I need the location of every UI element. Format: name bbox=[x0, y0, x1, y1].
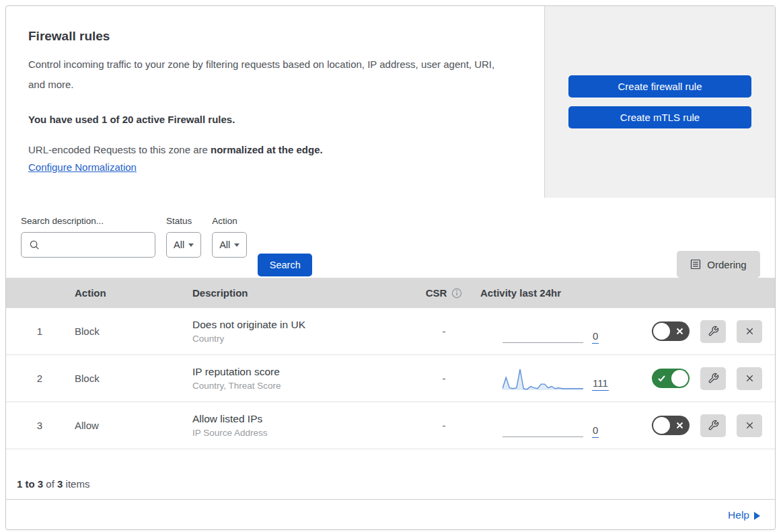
rule-description: IP reputation score bbox=[192, 366, 414, 378]
activity-count-link[interactable]: 0 bbox=[592, 424, 599, 438]
of-text: of bbox=[43, 478, 57, 490]
rule-description: Allow listed IPs bbox=[192, 413, 414, 425]
range-text: 1 to 3 bbox=[17, 478, 43, 490]
delete-rule-button[interactable] bbox=[737, 320, 762, 343]
rule-controls bbox=[615, 320, 775, 343]
rule-priority: 3 bbox=[6, 420, 73, 431]
close-icon bbox=[744, 373, 755, 384]
wrench-icon bbox=[708, 420, 719, 431]
delete-rule-button[interactable] bbox=[737, 367, 762, 390]
normalization-note: URL-encoded Requests to this zone are no… bbox=[28, 144, 517, 155]
action-dropdown[interactable]: All bbox=[212, 232, 247, 258]
search-group: Search description... bbox=[21, 216, 155, 258]
ordering-button[interactable]: Ordering bbox=[677, 251, 760, 278]
rule-enabled-toggle[interactable] bbox=[652, 369, 690, 388]
search-button[interactable]: Search bbox=[258, 254, 312, 276]
header-actions-panel: Create firewall rule Create mTLS rule bbox=[544, 6, 775, 198]
wrench-icon bbox=[708, 373, 719, 384]
activity-sparkline bbox=[503, 365, 583, 392]
x-icon bbox=[675, 421, 684, 430]
help-bar: Help bbox=[6, 499, 775, 530]
chevron-down-icon bbox=[234, 243, 239, 247]
configure-normalization-link[interactable]: Configure Normalization bbox=[28, 161, 137, 173]
create-mtls-rule-button[interactable]: Create mTLS rule bbox=[568, 106, 751, 128]
list-icon bbox=[690, 259, 701, 270]
rule-description-cell: Does not originate in UK Country bbox=[192, 319, 414, 344]
rule-action: Allow bbox=[73, 420, 192, 431]
normalization-prefix: URL-encoded Requests to this zone are bbox=[28, 144, 211, 155]
column-description: Description bbox=[192, 287, 414, 299]
status-filter-group: Status All bbox=[166, 216, 201, 258]
action-filter-group: Action All bbox=[212, 216, 247, 258]
close-icon bbox=[744, 326, 755, 337]
filter-bar: Search description... Status All Action … bbox=[6, 198, 775, 278]
status-value: All bbox=[174, 239, 184, 250]
rule-enabled-toggle[interactable] bbox=[652, 416, 690, 435]
toggle-knob bbox=[671, 370, 688, 387]
edit-rule-button[interactable] bbox=[700, 414, 726, 437]
toggle-knob bbox=[653, 417, 670, 434]
table-header: Action Description CSR Activity last 24h… bbox=[6, 278, 775, 308]
wrench-icon bbox=[708, 326, 719, 337]
rule-action: Block bbox=[73, 373, 192, 384]
activity-sparkline bbox=[503, 318, 583, 345]
action-label: Action bbox=[212, 216, 247, 226]
x-icon bbox=[675, 327, 684, 336]
status-dropdown[interactable]: All bbox=[166, 232, 201, 258]
rule-description: Does not originate in UK bbox=[192, 319, 414, 331]
help-label: Help bbox=[728, 509, 749, 521]
toggle-knob bbox=[653, 323, 670, 340]
firewall-rule-row: 3 Allow Allow listed IPs IP Source Addre… bbox=[6, 402, 775, 449]
column-csr: CSR bbox=[414, 287, 474, 299]
rule-action: Block bbox=[73, 326, 192, 337]
rule-criteria: IP Source Address bbox=[192, 428, 414, 438]
create-firewall-rule-button[interactable]: Create firewall rule bbox=[568, 75, 751, 98]
total-text: 3 bbox=[57, 478, 63, 490]
info-icon[interactable] bbox=[451, 288, 462, 299]
activity-sparkline bbox=[503, 412, 583, 439]
table-pagination-summary: 1 to 3 of 3 items bbox=[6, 449, 775, 499]
rule-controls bbox=[615, 414, 775, 437]
rule-criteria: Country bbox=[192, 334, 414, 344]
header-text-block: Firewall rules Control incoming traffic … bbox=[6, 6, 544, 198]
rule-criteria: Country, Threat Score bbox=[192, 381, 414, 391]
delete-rule-button[interactable] bbox=[737, 414, 762, 437]
search-input[interactable] bbox=[45, 239, 155, 250]
rule-enabled-toggle[interactable] bbox=[652, 321, 690, 341]
help-link[interactable]: Help bbox=[728, 509, 760, 521]
normalization-bold: normalized at the edge. bbox=[211, 144, 323, 155]
firewall-rules-card: Firewall rules Control incoming traffic … bbox=[5, 5, 776, 530]
help-arrow-icon bbox=[754, 512, 760, 520]
rule-csr-value: - bbox=[414, 420, 474, 431]
firewall-rule-row: 2 Block IP reputation score Country, Thr… bbox=[6, 355, 775, 402]
rule-description-cell: Allow listed IPs IP Source Address bbox=[192, 413, 414, 438]
csr-label: CSR bbox=[426, 287, 447, 299]
activity-count-link[interactable]: 111 bbox=[592, 377, 609, 391]
header-section: Firewall rules Control incoming traffic … bbox=[6, 6, 775, 198]
check-icon bbox=[657, 374, 666, 383]
rule-activity-cell: 0 bbox=[474, 412, 615, 439]
activity-count-link[interactable]: 0 bbox=[592, 330, 599, 344]
column-action: Action bbox=[73, 287, 192, 299]
chevron-down-icon bbox=[188, 243, 194, 247]
status-label: Status bbox=[166, 216, 201, 226]
rule-activity-cell: 111 bbox=[474, 365, 615, 392]
rule-controls bbox=[615, 367, 775, 390]
firewall-rule-row: 1 Block Does not originate in UK Country… bbox=[6, 308, 775, 355]
edit-rule-button[interactable] bbox=[700, 320, 726, 343]
column-activity: Activity last 24hr bbox=[474, 287, 615, 299]
search-label: Search description... bbox=[21, 216, 155, 226]
close-icon bbox=[744, 420, 755, 431]
action-value: All bbox=[219, 239, 230, 250]
rule-activity-cell: 0 bbox=[474, 318, 615, 345]
edit-rule-button[interactable] bbox=[700, 367, 726, 390]
rule-csr-value: - bbox=[414, 373, 474, 384]
rule-priority: 2 bbox=[6, 373, 73, 384]
search-icon bbox=[29, 239, 40, 250]
rule-csr-value: - bbox=[414, 326, 474, 337]
items-text: items bbox=[63, 478, 89, 490]
page-title: Firewall rules bbox=[28, 29, 517, 44]
ordering-label: Ordering bbox=[707, 259, 746, 270]
rule-priority: 1 bbox=[6, 326, 73, 337]
rule-description-cell: IP reputation score Country, Threat Scor… bbox=[192, 366, 414, 391]
